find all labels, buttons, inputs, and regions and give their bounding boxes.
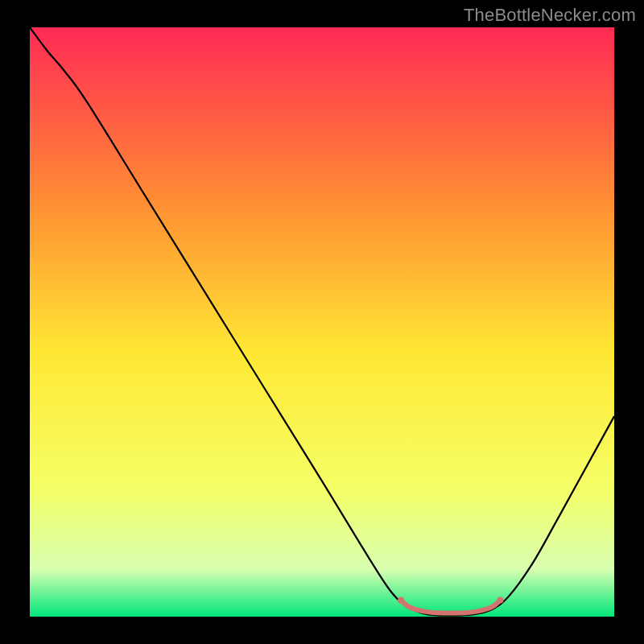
watermark-text: TheBottleNecker.com bbox=[464, 5, 636, 26]
bottleneck-chart bbox=[0, 0, 644, 644]
optimal-zone-end-dot bbox=[398, 597, 404, 604]
chart-container: { "watermark": "TheBottleNecker.com", "c… bbox=[0, 0, 644, 644]
optimal-zone-end-dot bbox=[497, 597, 503, 604]
plot-background bbox=[30, 27, 614, 617]
